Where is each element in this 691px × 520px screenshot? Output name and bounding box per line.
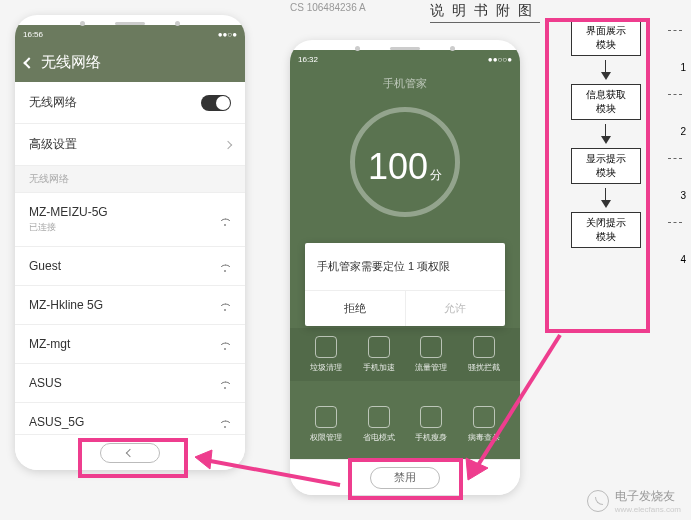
feature-slim[interactable]: 手机瘦身 bbox=[405, 406, 458, 443]
row-label: 高级设置 bbox=[29, 136, 77, 153]
battery-icon bbox=[368, 406, 390, 428]
feature-data[interactable]: 流量管理 bbox=[405, 336, 458, 373]
status-bar: 16:32 ●●○○● bbox=[290, 50, 520, 68]
lock-icon bbox=[315, 406, 337, 428]
doc-id: CS 106484236 A bbox=[290, 2, 366, 13]
dialog-message: 手机管家需要定位 1 项权限 bbox=[305, 243, 505, 290]
disable-button[interactable]: 禁用 bbox=[370, 467, 440, 489]
settings-header: 无线网络 bbox=[15, 43, 245, 82]
score-circle[interactable]: 100 分 bbox=[350, 107, 460, 217]
wifi-icon bbox=[219, 338, 231, 350]
button-label: 禁用 bbox=[394, 470, 416, 485]
arrow-down-icon bbox=[601, 200, 611, 208]
rocket-icon bbox=[368, 336, 390, 358]
grid-label: 省电模式 bbox=[363, 432, 395, 443]
back-chevron-icon bbox=[126, 448, 134, 456]
ssid: MZ-MEIZU-5G bbox=[29, 205, 108, 219]
watermark-name: 电子发烧友 bbox=[615, 489, 675, 503]
ssid: MZ-Hkline 5G bbox=[29, 298, 103, 312]
network-row[interactable]: MZ-MEIZU-5G 已连接 bbox=[15, 193, 245, 247]
flowchart: 界面展示模块 1 信息获取模块 2 显示提示模块 3 关闭提示模块 4 bbox=[546, 20, 666, 264]
doc-title: 说明书附图 bbox=[430, 2, 540, 23]
flow-num: 1 bbox=[680, 62, 686, 73]
watermark-url: www.elecfans.com bbox=[615, 505, 681, 514]
allow-button[interactable]: 允许 bbox=[406, 291, 506, 326]
flow-box-2: 信息获取模块 bbox=[571, 84, 641, 120]
phone-settings: 16:56 ●●○● 无线网络 无线网络 高级设置 无线网络 MZ-MEIZU-… bbox=[15, 15, 245, 470]
flow-box-3: 显示提示模块 bbox=[571, 148, 641, 184]
ssid: Guest bbox=[29, 259, 61, 273]
feature-battery[interactable]: 省电模式 bbox=[353, 406, 406, 443]
chevron-right-icon bbox=[224, 140, 232, 148]
grid-label: 垃圾清理 bbox=[310, 362, 342, 373]
flow-box-1: 界面展示模块 bbox=[571, 20, 641, 56]
grid-label: 手机瘦身 bbox=[415, 432, 447, 443]
wifi-icon bbox=[219, 299, 231, 311]
page-title: 无线网络 bbox=[41, 53, 101, 72]
arrow-down-icon bbox=[601, 136, 611, 144]
toggle-switch[interactable] bbox=[201, 95, 231, 111]
grid-label: 流量管理 bbox=[415, 362, 447, 373]
svg-marker-3 bbox=[466, 458, 488, 480]
wifi-icon bbox=[219, 214, 231, 226]
deny-button[interactable]: 拒绝 bbox=[305, 291, 406, 326]
network-row[interactable]: MZ-mgt bbox=[15, 325, 245, 364]
back-icon[interactable] bbox=[23, 57, 34, 68]
arrow-down-icon bbox=[601, 72, 611, 80]
status-bar: 16:56 ●●○● bbox=[15, 25, 245, 43]
section-label: 无线网络 bbox=[15, 166, 245, 193]
svg-line-0 bbox=[205, 460, 340, 485]
annotation-arrow bbox=[460, 330, 580, 490]
data-icon bbox=[420, 336, 442, 358]
grid-label: 权限管理 bbox=[310, 432, 342, 443]
app-title: 手机管家 bbox=[290, 68, 520, 99]
feature-trash[interactable]: 垃圾清理 bbox=[300, 336, 353, 373]
network-status: 已连接 bbox=[29, 221, 108, 234]
status-icons: ●●○● bbox=[218, 30, 237, 39]
ssid: ASUS bbox=[29, 376, 62, 390]
chart-icon bbox=[420, 406, 442, 428]
status-time: 16:32 bbox=[298, 55, 318, 64]
feature-permission[interactable]: 权限管理 bbox=[300, 406, 353, 443]
wifi-toggle-row[interactable]: 无线网络 bbox=[15, 82, 245, 124]
score-unit: 分 bbox=[430, 167, 442, 184]
flow-num: 2 bbox=[680, 126, 686, 137]
status-time: 16:56 bbox=[23, 30, 43, 39]
flow-num: 3 bbox=[680, 190, 686, 201]
flow-box-4: 关闭提示模块 bbox=[571, 212, 641, 248]
flow-num: 4 bbox=[680, 254, 686, 265]
svg-line-2 bbox=[475, 335, 560, 470]
feature-boost[interactable]: 手机加速 bbox=[353, 336, 406, 373]
network-row[interactable]: MZ-Hkline 5G bbox=[15, 286, 245, 325]
settings-list: 无线网络 高级设置 无线网络 MZ-MEIZU-5G 已连接 Guest MZ-… bbox=[15, 82, 245, 442]
wifi-icon bbox=[219, 377, 231, 389]
score-value: 100 bbox=[368, 112, 428, 222]
annotation-arrow bbox=[190, 445, 350, 495]
network-row[interactable]: Guest bbox=[15, 247, 245, 286]
ssid: MZ-mgt bbox=[29, 337, 70, 351]
row-label: 无线网络 bbox=[29, 94, 77, 111]
trash-icon bbox=[315, 336, 337, 358]
watermark: 电子发烧友 www.elecfans.com bbox=[587, 488, 681, 514]
svg-marker-1 bbox=[195, 450, 212, 469]
phone-bezel-top bbox=[15, 15, 245, 25]
network-row[interactable]: ASUS bbox=[15, 364, 245, 403]
permission-dialog: 手机管家需要定位 1 项权限 拒绝 允许 bbox=[305, 243, 505, 326]
status-icons: ●●○○● bbox=[488, 55, 512, 64]
logo-icon bbox=[587, 490, 609, 512]
grid-label: 手机加速 bbox=[363, 362, 395, 373]
advanced-row[interactable]: 高级设置 bbox=[15, 124, 245, 166]
ssid: ASUS_5G bbox=[29, 415, 84, 429]
wifi-icon bbox=[219, 416, 231, 428]
wifi-icon bbox=[219, 260, 231, 272]
home-button[interactable] bbox=[100, 443, 160, 463]
phone-bezel-top bbox=[290, 40, 520, 50]
